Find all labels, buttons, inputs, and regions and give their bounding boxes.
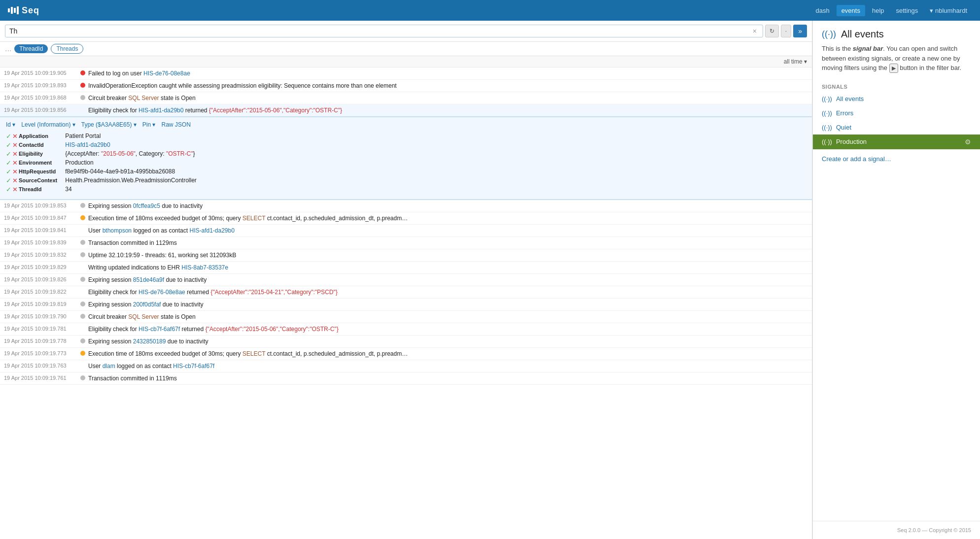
signal-label: Production xyxy=(836,138,961,145)
event-dot-gray xyxy=(80,338,85,343)
event-link[interactable]: 0fcffea9c5 xyxy=(133,202,160,209)
event-timestamp: 19 Apr 2015 10:09:19.826 xyxy=(4,275,80,282)
event-link[interactable]: HIS-8ab7-83537e xyxy=(181,264,228,271)
prop-link[interactable]: HIS-afd1-da29b0 xyxy=(65,141,110,148)
event-row[interactable]: 19 Apr 2015 10:09:19.790 Circuit breaker… xyxy=(0,311,812,323)
event-message: Expiring session 0fcffea9c5 due to inact… xyxy=(88,202,808,210)
event-timestamp: 19 Apr 2015 10:09:19.829 xyxy=(4,263,80,270)
search-options-button[interactable]: · xyxy=(781,25,791,37)
event-timestamp: 19 Apr 2015 10:09:19.853 xyxy=(4,202,80,208)
event-row[interactable]: 19 Apr 2015 10:09:19.847 Execution time … xyxy=(0,212,812,225)
expanded-toolbar: Id ▾ Level (Information) ▾ Type ($A3AA8E… xyxy=(6,121,806,128)
event-row[interactable]: 19 Apr 2015 10:09:19.778 Expiring sessio… xyxy=(0,336,812,348)
event-dot-gray xyxy=(80,314,85,319)
nav-dash[interactable]: dash xyxy=(810,5,834,16)
event-dot-none xyxy=(80,265,85,270)
event-dot-gray xyxy=(80,252,85,257)
event-row[interactable]: 19 Apr 2015 10:09:19.893 InvalidOperatio… xyxy=(0,80,812,92)
nav-help[interactable]: help xyxy=(867,5,889,16)
event-dot-none xyxy=(80,228,85,233)
event-link[interactable]: 200f0d5faf xyxy=(133,301,161,308)
event-link[interactable]: HIS-de76-08e8ae xyxy=(143,70,190,77)
event-link[interactable]: HIS-cb7f-6af67f xyxy=(173,363,214,370)
expanded-raw-json[interactable]: Raw JSON xyxy=(161,121,190,128)
prop-name: Environment xyxy=(19,159,52,166)
nav-user[interactable]: ▾ nblumhardt xyxy=(925,5,972,16)
event-link[interactable]: bthompson xyxy=(103,227,132,234)
expanded-id[interactable]: Id ▾ xyxy=(6,121,15,128)
signal-gear-icon[interactable]: ⚙ xyxy=(965,138,971,146)
cross-icon: ✕ xyxy=(12,159,18,167)
search-input-wrap: × xyxy=(5,25,763,37)
create-signal-link[interactable]: Create or add a signal… xyxy=(813,149,980,168)
event-row[interactable]: 19 Apr 2015 10:09:19.781 Eligibility che… xyxy=(0,323,812,336)
event-dot-none xyxy=(80,289,85,294)
prop-icons: ✓ ✕ Eligibility xyxy=(6,150,57,158)
event-message: Expiring session 200f0d5faf due to inact… xyxy=(88,300,808,309)
event-link[interactable]: 2432850189 xyxy=(133,338,166,345)
filter-chip-threadid[interactable]: ThreadId xyxy=(14,44,48,53)
event-dot-gray xyxy=(80,95,85,100)
right-panel: ((·)) All events This is the signal bar.… xyxy=(812,21,980,539)
prop-icons: ✓ ✕ HttpRequestId xyxy=(6,168,57,175)
event-dot-gray xyxy=(80,240,85,245)
signal-item-errors[interactable]: ((·)) Errors xyxy=(813,106,980,120)
event-row[interactable]: 19 Apr 2015 10:09:19.832 Uptime 32.10:19… xyxy=(0,249,812,262)
event-dot-gray xyxy=(80,203,85,208)
event-list: 19 Apr 2015 10:09:19.905 Failed to log o… xyxy=(0,67,812,539)
search-input[interactable] xyxy=(9,27,751,35)
filter-dots[interactable]: ... xyxy=(5,44,11,53)
event-dot-none xyxy=(80,326,85,331)
signal-item-allevents[interactable]: ((·)) All events xyxy=(813,92,980,106)
nav-settings[interactable]: settings xyxy=(891,5,923,16)
filter-chip-threads[interactable]: Threads xyxy=(51,44,83,54)
event-timestamp: 19 Apr 2015 10:09:19.841 xyxy=(4,226,80,233)
check-icon: ✓ xyxy=(6,186,11,193)
event-message: Uptime 32.10:19:59 - threads: 61, workin… xyxy=(88,251,808,260)
time-bar: all time ▾ xyxy=(0,56,812,67)
search-refresh-button[interactable]: ↻ xyxy=(765,25,779,37)
event-row-expanded[interactable]: 19 Apr 2015 10:09:19.856 Eligibility che… xyxy=(0,104,812,117)
event-link[interactable]: HIS-afd1-da29b0 xyxy=(189,227,234,234)
event-dot-yellow xyxy=(80,215,85,220)
nav-events[interactable]: events xyxy=(837,5,865,16)
prop-name: ThreadId xyxy=(19,186,41,193)
event-row[interactable]: 19 Apr 2015 10:09:19.773 Execution time … xyxy=(0,348,812,360)
signal-bar-icon: ((·)) xyxy=(822,29,836,39)
signal-radio-icon: ((·)) xyxy=(822,109,832,117)
expanded-pin[interactable]: Pin ▾ xyxy=(142,121,156,128)
main-layout: × ↻ · » ... ThreadId Threads all time ▾ … xyxy=(0,21,980,539)
event-message: Transaction committed in 1119ms xyxy=(88,374,808,383)
cross-icon: ✕ xyxy=(12,150,18,158)
event-row[interactable]: 19 Apr 2015 10:09:19.905 Failed to log o… xyxy=(0,67,812,80)
event-row[interactable]: 19 Apr 2015 10:09:19.822 Eligibility che… xyxy=(0,286,812,299)
right-panel-title: All events xyxy=(841,29,884,40)
event-row[interactable]: 19 Apr 2015 10:09:19.761 Transaction com… xyxy=(0,372,812,385)
signal-radio-icon: ((·)) xyxy=(822,124,832,131)
event-row[interactable]: 19 Apr 2015 10:09:19.819 Expiring sessio… xyxy=(0,299,812,311)
cross-icon: ✕ xyxy=(12,177,18,184)
event-row[interactable]: 19 Apr 2015 10:09:19.853 Expiring sessio… xyxy=(0,200,812,212)
time-filter[interactable]: all time ▾ xyxy=(784,58,807,65)
signal-item-quiet[interactable]: ((·)) Quiet xyxy=(813,120,980,135)
event-link[interactable]: dlam xyxy=(103,363,115,370)
event-row[interactable]: 19 Apr 2015 10:09:19.868 Circuit breaker… xyxy=(0,92,812,104)
event-row[interactable]: 19 Apr 2015 10:09:19.826 Expiring sessio… xyxy=(0,274,812,286)
event-link[interactable]: HIS-cb7f-6af67f xyxy=(139,326,180,333)
event-row[interactable]: 19 Apr 2015 10:09:19.829 Writing updated… xyxy=(0,262,812,274)
event-link[interactable]: 851de46a9f xyxy=(133,276,164,283)
event-link[interactable]: HIS-afd1-da29b0 xyxy=(139,107,183,114)
event-timestamp: 19 Apr 2015 10:09:19.868 xyxy=(4,94,80,101)
search-clear-button[interactable]: × xyxy=(751,27,759,35)
event-row[interactable]: 19 Apr 2015 10:09:19.763 User dlam logge… xyxy=(0,360,812,372)
event-row[interactable]: 19 Apr 2015 10:09:19.839 Transaction com… xyxy=(0,237,812,249)
expanded-level[interactable]: Level (Information) ▾ xyxy=(21,121,75,128)
signal-item-production[interactable]: ((·)) Production ⚙ xyxy=(813,135,980,149)
event-link[interactable]: HIS-de76-08e8ae xyxy=(139,289,185,296)
search-arrows-button[interactable]: » xyxy=(793,25,807,37)
expanded-event-detail: Id ▾ Level (Information) ▾ Type ($A3AA8E… xyxy=(0,117,812,200)
signal-radio-icon: ((·)) xyxy=(822,138,832,145)
event-row[interactable]: 19 Apr 2015 10:09:19.841 User bthompson … xyxy=(0,225,812,237)
signal-label: Errors xyxy=(836,109,971,117)
expanded-type[interactable]: Type ($A3AA8E65) ▾ xyxy=(81,121,137,128)
